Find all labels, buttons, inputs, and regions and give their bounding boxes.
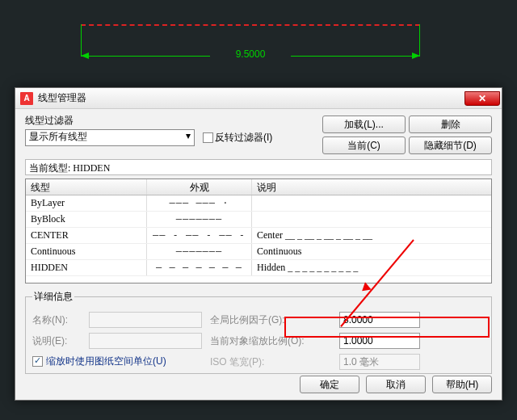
linetype-manager-dialog: A 线型管理器 ✕ 线型过滤器 显示所有线型 ▾ 反转过滤器(I) 加载(L).… <box>15 87 502 401</box>
redline-dashed <box>81 24 420 26</box>
list-row[interactable]: ByLayer ——— ——— · <box>26 195 491 212</box>
use-paperspace-label: 缩放时使用图纸空间单位(U) <box>46 355 166 368</box>
list-row[interactable]: CENTER —— - —— - —— - Center __ _ __ _ _… <box>26 228 491 244</box>
top-right-buttons: 加载(L)... 删除 当前(C) 隐藏细节(D) <box>322 116 492 154</box>
close-button[interactable]: ✕ <box>464 91 500 106</box>
extension-line-left <box>81 24 82 57</box>
ok-button[interactable]: 确定 <box>300 376 359 393</box>
details-legend: 详细信息 <box>32 290 74 304</box>
dialog-client: 线型过滤器 显示所有线型 ▾ 反转过滤器(I) 加载(L)... 删除 当前(C… <box>15 109 502 400</box>
list-row[interactable]: ByBlock ——————— <box>26 212 491 228</box>
list-body: ByLayer ——— ——— · ByBlock ——————— CENTER… <box>26 195 491 276</box>
name-field <box>89 312 202 328</box>
extension-line-right <box>419 24 420 57</box>
autocad-app-icon: A <box>20 92 33 105</box>
current-button[interactable]: 当前(C) <box>322 136 406 154</box>
arrow-right-icon <box>412 52 420 59</box>
load-button[interactable]: 加载(L)... <box>322 116 406 133</box>
linetype-list[interactable]: 线型 外观 说明 ByLayer ——— ——— · ByBlock —————… <box>25 178 492 284</box>
arrow-left-icon <box>81 52 89 59</box>
col-appearance[interactable]: 外观 <box>147 179 252 195</box>
current-linetype-label: 当前线型: <box>29 162 70 174</box>
dialog-title: 线型管理器 <box>38 91 86 105</box>
hide-details-button[interactable]: 隐藏细节(D) <box>409 136 492 154</box>
dimension-value: 9.5000 <box>210 48 291 60</box>
list-row[interactable]: HIDDEN – – – – – – – Hidden _ _ _ _ _ _ … <box>26 260 491 276</box>
filter-selected: 显示所有线型 <box>29 131 87 142</box>
filter-label: 线型过滤器 <box>25 114 300 128</box>
current-linetype-bar: 当前线型: HIDDEN <box>25 159 492 175</box>
invert-checkbox[interactable] <box>203 132 213 143</box>
chevron-down-icon: ▾ <box>186 130 191 141</box>
invert-label: 反转过滤器(I) <box>215 131 272 145</box>
global-scale-label: 全局比例因子(G): <box>210 313 331 327</box>
col-desc[interactable]: 说明 <box>252 179 491 195</box>
col-name[interactable]: 线型 <box>26 179 147 195</box>
current-linetype-value: HIDDEN <box>73 162 110 174</box>
help-button[interactable]: 帮助(H) <box>432 376 492 393</box>
desc-label: 说明(E): <box>32 334 81 348</box>
object-scale-field[interactable] <box>339 333 420 349</box>
list-header: 线型 外观 说明 <box>26 179 491 195</box>
iso-penwidth-label: ISO 笔宽(P): <box>210 355 331 369</box>
list-row[interactable]: Continuous ——————— Continuous <box>26 244 491 260</box>
name-label: 名称(N): <box>32 313 81 327</box>
bottom-buttons: 确定 取消 帮助(H) <box>300 376 492 393</box>
delete-button[interactable]: 删除 <box>409 116 492 133</box>
filter-area: 线型过滤器 显示所有线型 ▾ 反转过滤器(I) <box>25 114 300 146</box>
filter-select[interactable]: 显示所有线型 ▾ <box>25 129 195 146</box>
object-scale-label: 当前对象缩放比例(O): <box>210 334 331 348</box>
iso-penwidth-field <box>339 354 420 370</box>
titlebar[interactable]: A 线型管理器 ✕ <box>15 88 502 109</box>
cancel-button[interactable]: 取消 <box>366 376 426 393</box>
desc-field <box>89 333 202 349</box>
use-paperspace-checkbox[interactable] <box>32 356 43 367</box>
details-fieldset: 详细信息 名称(N): 全局比例因子(G): 说明(E): 当前对象缩放比例(O… <box>25 290 492 374</box>
